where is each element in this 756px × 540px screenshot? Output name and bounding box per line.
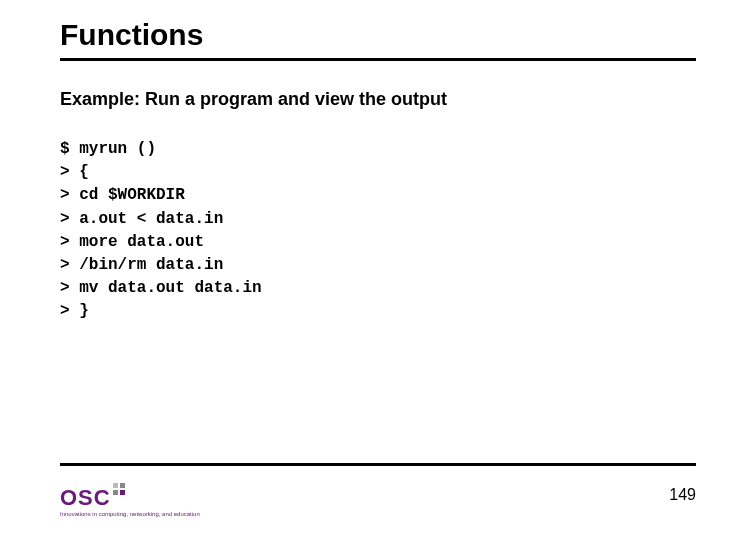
logo-tagline: Innovations in computing, networking, an… bbox=[60, 511, 200, 518]
footer-divider bbox=[60, 463, 696, 466]
osc-logo: OSC Innovations in computing, networking… bbox=[60, 487, 200, 518]
slide-subtitle: Example: Run a program and view the outp… bbox=[60, 89, 696, 110]
page-number: 149 bbox=[669, 486, 696, 504]
logo-text: OSC bbox=[60, 487, 111, 509]
logo-squares-icon bbox=[113, 483, 125, 495]
slide-title: Functions bbox=[60, 18, 696, 61]
code-example: $ myrun () > { > cd $WORKDIR > a.out < d… bbox=[60, 138, 696, 324]
